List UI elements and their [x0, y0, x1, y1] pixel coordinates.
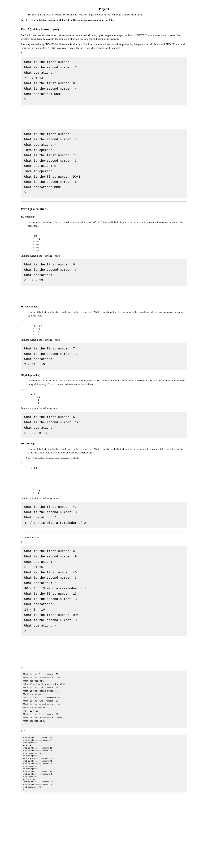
subtraction-steps: ● 4 - 3 = 4-1 -1 -1: [31, 324, 187, 336]
division-heading: 3D(Division):: [21, 442, 187, 445]
ex1-label: Ex.1: [21, 540, 187, 544]
terminal-ex3: What is the first number: 40 What is the…: [21, 735, 187, 793]
terminal-subtraction: What is the first number: 7 What is the …: [21, 343, 187, 370]
step-item: +4: [36, 402, 187, 405]
example-label: Ex.: [21, 388, 187, 392]
step-item: +1: [36, 243, 187, 246]
format-label: Print the output in the following format…: [21, 496, 187, 500]
format-label: Print the output in the following format…: [21, 407, 187, 410]
addition-body: increment the first value by the second …: [28, 220, 187, 227]
addition-steps: ● 4+5 = 4+1 +1 +1 +1 +1: [31, 235, 187, 252]
division-body: decrement the first value by the second …: [28, 447, 187, 455]
step-item: -1: [36, 333, 187, 336]
example-label: Ex.: [21, 229, 187, 233]
step-item: +4: [36, 399, 187, 402]
ex2-label: Ex.2: [21, 666, 187, 670]
step-bullet: ● 4*3 =: [31, 393, 40, 396]
terminal-output-2: What is the first number: 7 What is the …: [21, 129, 187, 198]
example-label: Ex:: [21, 52, 187, 55]
step-item: -1: [36, 331, 187, 334]
subtraction-heading: 3B(Subtraction):: [21, 305, 187, 309]
division-steps-cont: 4-2 -2: [31, 489, 187, 495]
step-bullet: ● 4 - 3 =: [31, 325, 42, 327]
step-item: -2: [36, 492, 187, 495]
part1-heading: Part 1 – Create a header comment with th…: [21, 18, 187, 22]
format-label: Print the output in the following format…: [21, 338, 187, 342]
step-item: +1: [36, 241, 187, 243]
part2-p1: Part 2 – Ask the user for two numbers. Y…: [21, 33, 187, 41]
terminal-ex1: What is the first number: 6 What is the …: [21, 546, 187, 636]
multiplication-body: increment the first value by the second …: [28, 379, 187, 386]
page-title: Project4: [21, 7, 187, 11]
part3-heading: Part 3 (Calculations): [21, 207, 187, 212]
terminal-multiplication: What is the first number: 6 What is the …: [21, 412, 187, 438]
part2-p2: Anything else excluding "DONE" should be…: [21, 42, 187, 50]
terminal-output-1: What is the first number: 7 What is the …: [21, 57, 187, 105]
format-label: Print the output in the following format…: [21, 254, 187, 258]
step-bullet: ● 4+5 =: [31, 235, 40, 237]
terminal-ex2: What is the first number: 50 What is the…: [21, 671, 187, 728]
example-test-heading: Example test case:: [21, 535, 187, 539]
step-item: 4-2: [36, 489, 187, 492]
step-item: 4-1: [36, 328, 187, 331]
intro-text: The goal of this activity is to create a…: [28, 13, 187, 17]
example-label: Ex.: [21, 319, 187, 323]
part2-heading: Part 2 (Taking in user input): [21, 27, 187, 32]
multiplication-steps: ● 4*3 = 0+4 +4 +4: [31, 393, 187, 405]
terminal-addition: What is the first number: 6 What is the …: [21, 259, 187, 286]
multiplication-heading: 3C(Multiplication):: [21, 373, 187, 377]
step-item: 0+4: [36, 396, 187, 399]
step-bullet: ● 4/2=: [31, 467, 39, 469]
addition-heading: 3A(Addition):: [21, 215, 187, 219]
step-item: +1: [36, 249, 187, 252]
division-steps: ● 4/2=: [31, 467, 187, 470]
step-item: 4+1: [36, 238, 187, 241]
subtraction-body: decrement the first value by the second …: [28, 310, 187, 317]
example-label: Ex.: [21, 461, 187, 465]
step-item: +1: [36, 246, 187, 249]
ex3-label: Ex.3: [21, 730, 187, 733]
terminal-division: What is the first number: 47 What is the…: [21, 502, 187, 528]
division-note: Note: Watch out for edge cases(check tes…: [26, 456, 187, 460]
